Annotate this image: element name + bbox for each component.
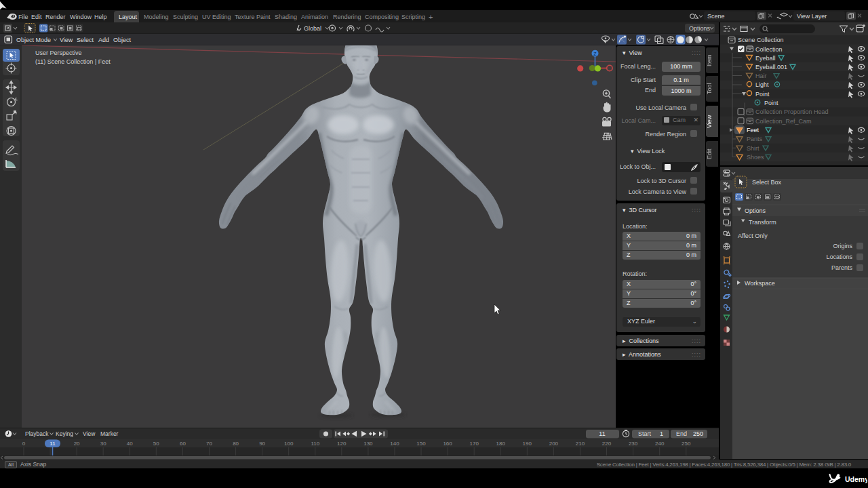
svg-text:1: 1 — [660, 430, 663, 437]
svg-text:Start: Start — [638, 430, 652, 437]
svg-text:End: End — [676, 430, 687, 437]
svg-text:Origins: Origins — [833, 243, 852, 249]
svg-text:Playback: Playback — [25, 430, 49, 437]
svg-text:40: 40 — [127, 441, 133, 447]
svg-text:250: 250 — [693, 430, 703, 437]
svg-text:170: 170 — [470, 441, 479, 447]
svg-text:Collection: Collection — [755, 46, 783, 53]
svg-text:View: View — [83, 430, 96, 437]
svg-text:11: 11 — [50, 441, 56, 447]
svg-text:Marker: Marker — [100, 430, 119, 437]
svg-text:User Perspective: User Perspective — [35, 49, 82, 56]
svg-text:20: 20 — [74, 441, 80, 447]
svg-text:Select Box: Select Box — [752, 179, 782, 186]
svg-text:210: 210 — [576, 441, 585, 447]
svg-text:View Layer: View Layer — [797, 13, 827, 20]
svg-text:Scene Collection: Scene Collection — [738, 37, 784, 43]
svg-text:0: 0 — [22, 441, 26, 447]
svg-text:Point: Point — [764, 100, 778, 106]
svg-text:110: 110 — [311, 441, 319, 447]
svg-text:Light: Light — [755, 81, 769, 88]
svg-text:Select: Select — [77, 37, 94, 43]
svg-text:Eyeball: Eyeball — [755, 55, 776, 62]
svg-text:60: 60 — [180, 441, 186, 447]
svg-text:View: View — [60, 37, 73, 43]
svg-text:Add: Add — [98, 37, 109, 43]
svg-text:100: 100 — [284, 441, 294, 447]
svg-text:Scene: Scene — [707, 13, 725, 20]
svg-text:240: 240 — [655, 441, 665, 447]
svg-text:Collection Proportion Head: Collection Proportion Head — [755, 108, 829, 115]
svg-text:180: 180 — [496, 441, 506, 447]
svg-text:Shirt: Shirt — [747, 145, 760, 152]
svg-text:Point: Point — [755, 91, 770, 98]
svg-text:Collection_Ref_Cam: Collection_Ref_Cam — [755, 118, 812, 125]
svg-text:130: 130 — [363, 441, 373, 447]
svg-text:150: 150 — [416, 441, 426, 447]
svg-text:90: 90 — [259, 441, 265, 447]
svg-text:Eyeball.001: Eyeball.001 — [755, 64, 787, 70]
svg-text:Feet: Feet — [747, 127, 760, 134]
svg-text:70: 70 — [206, 441, 212, 447]
svg-text:250: 250 — [682, 441, 691, 447]
svg-text:190: 190 — [523, 441, 532, 447]
svg-text:Affect Only: Affect Only — [738, 232, 768, 239]
svg-text:80: 80 — [233, 441, 239, 447]
svg-text:Parents: Parents — [831, 264, 853, 271]
svg-text:Udemy: Udemy — [845, 475, 867, 483]
svg-text:Pants: Pants — [747, 136, 763, 142]
svg-text:Object Mode: Object Mode — [16, 37, 51, 43]
svg-text:Z: Z — [593, 52, 597, 56]
svg-text:Global: Global — [304, 25, 321, 32]
svg-text:220: 220 — [602, 441, 612, 447]
svg-text:(11) Scene Collection | Feet: (11) Scene Collection | Feet — [35, 58, 111, 65]
svg-text:Locations: Locations — [826, 253, 852, 260]
svg-text:Options: Options — [689, 25, 711, 32]
svg-text:Transform: Transform — [749, 219, 776, 226]
svg-text:120: 120 — [337, 441, 347, 447]
svg-text:Keying: Keying — [56, 430, 73, 437]
svg-text:Shoes: Shoes — [747, 154, 764, 161]
svg-text:Object: Object — [113, 37, 132, 43]
svg-text:Hair: Hair — [755, 73, 767, 79]
svg-text:230: 230 — [629, 441, 638, 447]
svg-text:200: 200 — [549, 441, 559, 447]
svg-text:Options: Options — [745, 207, 766, 214]
svg-text:30: 30 — [100, 441, 106, 447]
svg-text:50: 50 — [153, 441, 159, 447]
svg-text:11: 11 — [599, 430, 605, 437]
svg-text:160: 160 — [443, 441, 452, 447]
svg-text:140: 140 — [390, 441, 399, 447]
svg-text:Workspace: Workspace — [745, 280, 775, 287]
